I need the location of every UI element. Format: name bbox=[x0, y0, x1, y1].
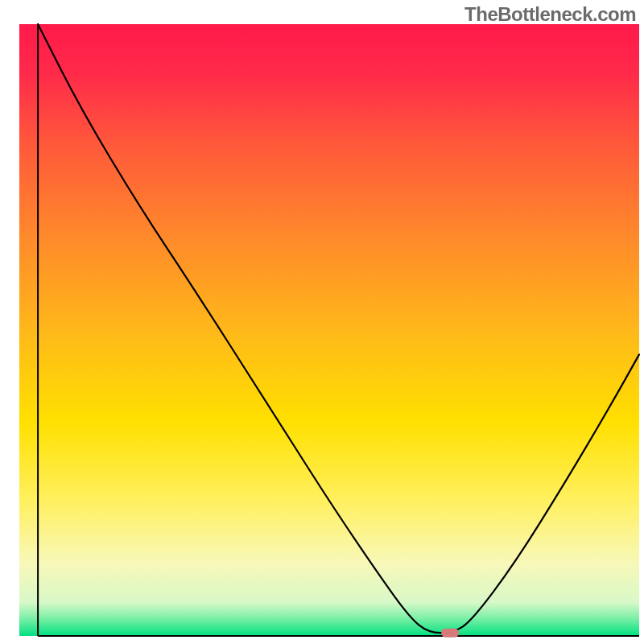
optimum-marker bbox=[441, 629, 459, 638]
chart-svg bbox=[0, 0, 644, 644]
chart-background bbox=[19, 24, 639, 636]
watermark-text: TheBottleneck.com bbox=[464, 3, 636, 26]
bottleneck-chart: TheBottleneck.com bbox=[0, 0, 644, 644]
plot-area bbox=[19, 24, 639, 638]
